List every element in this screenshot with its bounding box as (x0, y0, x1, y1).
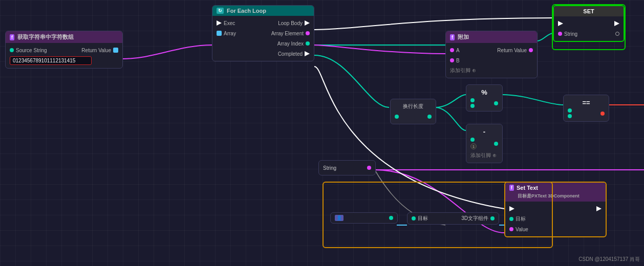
set-string-label: String (564, 31, 577, 37)
minus-val-1: 1 (470, 143, 477, 149)
foreach-index-row: Array Index (212, 38, 314, 49)
append-a-row: A Return Value (446, 45, 537, 55)
stringvar-label: String (323, 165, 336, 171)
mod-a-pin[interactable] (470, 98, 475, 102)
loop-icon: ↻ (217, 8, 224, 14)
settext-exec-in[interactable] (509, 206, 514, 211)
target-in-pin[interactable] (412, 216, 416, 220)
modulo-body: % (466, 85, 502, 111)
3dtext-out-pin[interactable] (389, 216, 393, 220)
minus-symbol: - (483, 128, 485, 136)
eq-out-pin[interactable] (600, 112, 605, 116)
stringvar-row: String (319, 163, 375, 173)
foreach-array-row: Array Array Element (212, 28, 314, 38)
target-left-label: 目标 (418, 215, 428, 222)
node-target-3d[interactable]: 目标 3D文字组件 (407, 212, 499, 225)
append-body: A Return Value B 添加引脚 ⊕ (446, 43, 537, 78)
foreach-completed-row: Completed (212, 49, 314, 59)
stringvar-out-pin[interactable] (367, 166, 371, 170)
getchar-body: Source String Return Value (6, 43, 122, 68)
source-in-pin[interactable] (10, 48, 14, 52)
append-b-row: B (446, 55, 537, 65)
mod-b-pin[interactable] (470, 104, 475, 108)
linelen-in-pin[interactable] (395, 115, 399, 119)
b-pin[interactable] (450, 58, 454, 62)
return-pin[interactable] (113, 48, 118, 53)
settext-subtitle: 目标是PXText 3DComponent (518, 193, 579, 199)
minus-a-pin[interactable] (470, 138, 475, 142)
node-minus[interactable]: - 1 添加引脚 ⊕ (466, 124, 503, 163)
loopbody-pin[interactable] (305, 20, 310, 26)
fn-icon-settext: f (509, 185, 514, 191)
node-set[interactable]: SET String (553, 5, 625, 42)
set-exec-row (554, 18, 624, 29)
settext-target-label: 目标 (516, 215, 526, 223)
append-title: 附加 (458, 33, 469, 41)
3dtext-label-row: 👤 (335, 215, 393, 221)
append-add-pin[interactable]: 添加引脚 ⊕ (450, 67, 476, 74)
completed-label: Completed (278, 51, 303, 57)
node-foreach[interactable]: ↻ For Each Loop Exec Loop Body Array Arr… (212, 5, 314, 61)
settext-value-label: Value (516, 227, 528, 232)
settext-value-pin[interactable] (509, 227, 513, 231)
target-row: 目标 3D文字组件 (412, 215, 495, 222)
return-label: Return Value (81, 48, 111, 53)
completed-pin[interactable] (305, 51, 310, 56)
append-addpin-row: 添加引脚 ⊕ (446, 65, 537, 76)
modulo-symbol: % (481, 88, 487, 96)
a-pin[interactable] (450, 48, 454, 52)
linelen-body: 换行长度 (391, 99, 436, 124)
minus-add-pin[interactable]: 添加引脚 ⊕ (470, 152, 497, 159)
stringvar-body: String (319, 161, 375, 175)
settext-value-row: Value (505, 224, 606, 234)
node-getchar[interactable]: f 获取字符串中字符数组 Source String Return Value (5, 31, 123, 69)
settext-exec-out[interactable] (596, 206, 602, 211)
exec-in-pin[interactable] (217, 20, 222, 26)
append-header: f 附加 (446, 31, 537, 43)
node-3dtext[interactable]: 👤 (330, 212, 398, 224)
node-equals[interactable]: == (563, 95, 609, 122)
source-string-input[interactable] (10, 56, 92, 65)
getchar-source-row: Source String Return Value (6, 45, 122, 55)
array-in-pin[interactable] (217, 31, 222, 36)
linelen-pin-row (391, 112, 436, 122)
equals-sym-row: == (564, 97, 609, 107)
linelen-out-pin[interactable] (427, 115, 432, 119)
target-body: 目标 3D文字组件 (407, 213, 499, 224)
loopbody-label: Loop Body (278, 20, 303, 26)
settext-title: Set Text (517, 185, 538, 191)
minus-out-pin[interactable] (494, 142, 498, 146)
eq-a-pin[interactable] (568, 108, 572, 113)
arrayindex-pin[interactable] (306, 41, 310, 46)
settext-body: 目标 Value (505, 202, 606, 236)
watermark: CSDN @1204157137 肖哥 (578, 256, 640, 263)
set-exec-out[interactable] (614, 21, 619, 26)
arrayindex-label: Array Index (277, 41, 304, 47)
fn-icon-append: f (450, 34, 455, 40)
node-string-var[interactable]: String (318, 160, 376, 175)
set-exec-in[interactable] (558, 21, 563, 26)
minus-body: - 1 添加引脚 ⊕ (466, 124, 502, 163)
set-string-out[interactable] (615, 32, 619, 36)
foreach-body: Exec Loop Body Array Array Element Array… (212, 16, 314, 61)
target-out-pin[interactable] (490, 216, 495, 220)
eq-b-pin[interactable] (568, 114, 572, 118)
node-append[interactable]: f 附加 A Return Value B 添加引脚 ⊕ (445, 31, 538, 78)
foreach-exec-row: Exec Loop Body (212, 18, 314, 28)
equals-body: == (564, 95, 609, 121)
person-icon: 👤 (335, 215, 344, 221)
node-settext[interactable]: f Set Text 目标是PXText 3DComponent 目标 Valu… (504, 182, 607, 237)
arrayelement-pin[interactable] (306, 31, 310, 35)
set-string-in[interactable] (558, 32, 562, 36)
settext-exec-row (505, 204, 606, 214)
settext-target-row: 目标 (505, 214, 606, 224)
mod-out-pin[interactable] (494, 101, 498, 105)
append-return-pin[interactable] (529, 48, 533, 52)
settext-target-pin[interactable] (509, 217, 513, 221)
node-modulo[interactable]: % (466, 84, 503, 112)
equals-symbol: == (582, 99, 590, 106)
exec-label: Exec (224, 20, 235, 26)
node-linelen[interactable]: 换行长度 (390, 99, 436, 124)
set-string-row: String (554, 29, 624, 39)
arrayelement-label: Array Element (271, 31, 304, 36)
